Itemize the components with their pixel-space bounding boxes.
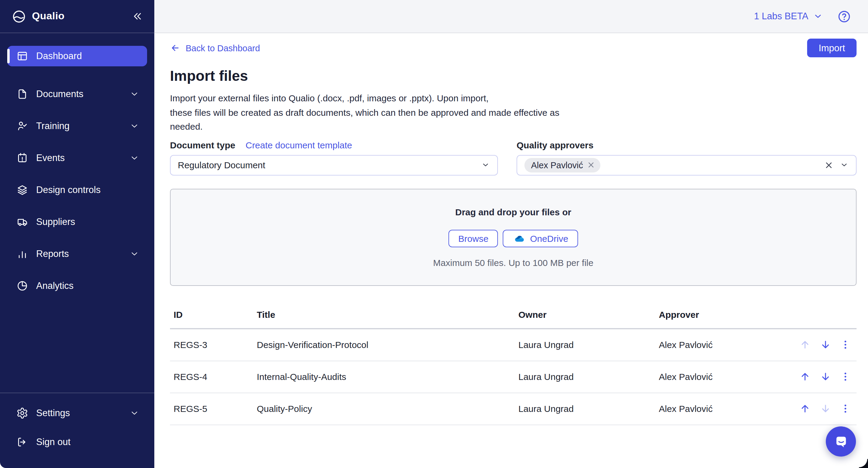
gear-icon (16, 407, 28, 419)
sidebar-item-label: Sign out (36, 437, 70, 447)
sidebar-collapse-icon[interactable] (131, 10, 144, 22)
cell-title: Design-Verification-Protocol (253, 340, 515, 350)
chevron-down-icon (130, 249, 139, 259)
dashboard-icon (16, 50, 28, 62)
sidebar: Qualio Dashboard Documents (0, 0, 154, 468)
cell-title: Internal-Quality-Audits (253, 372, 515, 382)
app-window: Qualio Dashboard Documents (0, 0, 868, 468)
cell-owner: Laura Ungrad (515, 404, 655, 414)
cell-id: REGS-5 (170, 404, 253, 414)
column-header-owner: Owner (515, 309, 655, 319)
sidebar-item-analytics[interactable]: Analytics (7, 275, 147, 296)
description-line: needed. (170, 119, 857, 134)
chat-widget-button[interactable] (826, 427, 856, 457)
column-header-id: ID (170, 309, 253, 319)
page-title: Import files (170, 67, 857, 84)
cell-approver: Alex Pavlović (655, 340, 796, 350)
chevron-down-icon (813, 11, 823, 21)
create-document-template-link[interactable]: Create document template (246, 139, 352, 150)
onedrive-button-label: OneDrive (530, 233, 568, 243)
onedrive-button[interactable]: OneDrive (503, 230, 578, 247)
import-button[interactable]: Import (807, 38, 857, 57)
sidebar-footer: Settings Sign out (0, 392, 154, 468)
chevron-down-icon (840, 160, 849, 170)
move-up-icon[interactable] (799, 339, 811, 350)
app-logo-text: Qualio (32, 10, 64, 22)
dropzone-limits: Maximum 50 files. Up to 100 MB per file (433, 257, 593, 267)
sidebar-item-training[interactable]: Training (7, 116, 147, 136)
sidebar-item-settings[interactable]: Settings (7, 403, 147, 423)
back-link-label: Back to Dashboard (186, 43, 260, 53)
chevron-down-icon (130, 121, 139, 131)
document-type-label: Document type (170, 139, 236, 150)
sidebar-item-label: Analytics (36, 281, 73, 291)
cell-approver: Alex Pavlović (655, 372, 796, 382)
remove-approver-icon[interactable] (587, 161, 595, 169)
sidebar-item-suppliers[interactable]: Suppliers (7, 212, 147, 232)
sidebar-item-label: Training (36, 121, 70, 131)
chevron-down-icon (481, 160, 490, 170)
cell-id: REGS-3 (170, 340, 253, 350)
sidebar-item-label: Reports (36, 248, 69, 259)
help-icon[interactable] (837, 9, 851, 23)
sidebar-item-events[interactable]: Events (7, 148, 147, 168)
approver-chip: Alex Pavlović (524, 158, 600, 172)
clear-selection-icon[interactable] (824, 160, 834, 170)
move-down-icon[interactable] (820, 339, 831, 350)
cell-approver: Alex Pavlović (655, 404, 796, 414)
org-switcher[interactable]: 1 Labs BETA (754, 11, 823, 22)
sidebar-header: Qualio (0, 0, 154, 33)
back-to-dashboard-link[interactable]: Back to Dashboard (170, 43, 260, 53)
bar-chart-icon (16, 248, 28, 260)
document-icon (16, 88, 28, 100)
sidebar-item-label: Suppliers (36, 216, 75, 227)
cell-owner: Laura Ungrad (515, 340, 655, 350)
move-up-icon[interactable] (799, 403, 811, 414)
move-up-icon[interactable] (799, 371, 811, 382)
onedrive-cloud-icon (513, 232, 525, 244)
sidebar-item-label: Settings (36, 408, 70, 418)
chevron-down-icon (130, 408, 139, 418)
dropzone-heading: Drag and drop your files or (455, 207, 571, 217)
document-type-field: Document type Create document template R… (170, 139, 498, 175)
sidebar-item-label: Dashboard (36, 51, 82, 61)
sidebar-item-reports[interactable]: Reports (7, 244, 147, 264)
sidebar-item-label: Design controls (36, 184, 101, 196)
cell-id: REGS-4 (170, 372, 253, 382)
sidebar-item-label: Documents (36, 89, 84, 99)
file-dropzone[interactable]: Drag and drop your files or Browse OneDr… (170, 188, 857, 286)
qualio-logo-icon (11, 9, 27, 24)
row-menu-icon[interactable] (840, 340, 850, 350)
chat-bubble-icon (833, 433, 849, 449)
pie-chart-icon (16, 280, 28, 292)
table-row: REGS-5 Quality-Policy Laura Ungrad Alex … (170, 393, 857, 425)
org-switcher-label: 1 Labs BETA (754, 11, 808, 22)
column-header-approver: Approver (655, 309, 796, 319)
approver-chip-label: Alex Pavlović (531, 160, 583, 170)
move-down-icon[interactable] (820, 403, 831, 414)
page-description: Import your external files into Qualio (… (170, 91, 857, 134)
table-row: REGS-3 Design-Verification-Protocol Laur… (170, 329, 857, 361)
sidebar-item-dashboard[interactable]: Dashboard (7, 46, 147, 66)
browse-button[interactable]: Browse (449, 230, 498, 247)
cell-title: Quality-Policy (253, 404, 515, 414)
sidebar-item-sign-out[interactable]: Sign out (7, 432, 147, 452)
user-check-icon (16, 120, 28, 132)
row-menu-icon[interactable] (840, 404, 850, 414)
move-down-icon[interactable] (820, 371, 831, 382)
document-type-select[interactable]: Regulatory Document (170, 155, 498, 175)
truck-icon (16, 216, 28, 228)
sidebar-item-design-controls[interactable]: Design controls (7, 180, 147, 200)
chevron-down-icon (130, 89, 139, 99)
layers-icon (16, 184, 28, 196)
sidebar-item-documents[interactable]: Documents (7, 84, 147, 104)
table-row: REGS-4 Internal-Quality-Audits Laura Ung… (170, 361, 857, 393)
import-files-table: ID Title Owner Approver REGS-3 Design-Ve… (170, 301, 857, 425)
sidebar-item-label: Events (36, 153, 65, 164)
document-type-value: Regulatory Document (178, 160, 265, 170)
row-menu-icon[interactable] (840, 372, 850, 382)
sign-out-icon (16, 436, 28, 448)
quality-approvers-select[interactable]: Alex Pavlović (517, 155, 857, 175)
quality-approvers-field: Quality approvers Alex Pavlović (517, 139, 857, 175)
quality-approvers-label: Quality approvers (517, 139, 593, 150)
